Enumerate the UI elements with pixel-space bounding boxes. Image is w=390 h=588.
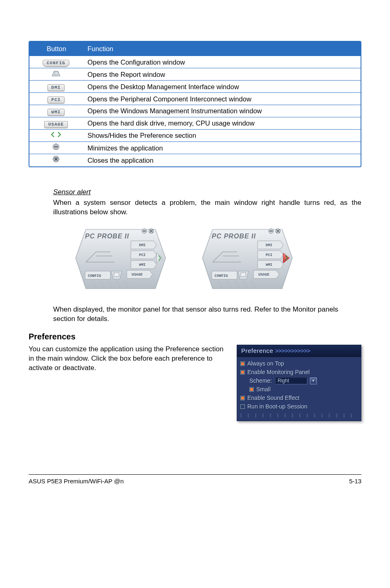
report-icon — [51, 70, 61, 77]
pref-enable-sound[interactable]: Enable Sound Effect — [240, 394, 358, 402]
wmi-button-icon: WMI — [47, 109, 65, 116]
sensor-alert-text: When a system sensor detects a problem, … — [53, 198, 361, 217]
table-row: Minimizes the application — [29, 142, 361, 154]
minimize-icon — [51, 143, 61, 150]
pref-small[interactable]: Small — [249, 385, 358, 394]
table-row: WMI Opens the Windows Management Instrum… — [29, 105, 361, 117]
func-text: Opens the Report window — [83, 68, 361, 81]
checkbox-icon[interactable] — [240, 361, 245, 366]
preference-panel: Preference >>>>>>>>>>> Always on Top Ena… — [237, 345, 361, 421]
func-text: Opens the hard disk drive, memory, CPU u… — [83, 117, 361, 129]
svg-rect-3 — [54, 146, 58, 147]
svg-rect-49 — [241, 273, 246, 276]
pref-enable-monitoring[interactable]: Enable Monitoring Panel — [240, 368, 358, 377]
svg-text:PC PROBE II: PC PROBE II — [212, 233, 256, 240]
scheme-select[interactable]: Right — [276, 377, 307, 384]
th-button: Button — [29, 42, 83, 56]
table-row: Closes the application — [29, 154, 361, 166]
table-row: Shows/Hides the Preference section — [29, 129, 361, 141]
svg-text:CONFIG: CONFIG — [88, 274, 101, 278]
svg-text:PCI: PCI — [139, 253, 146, 257]
chevrons-icon: >>>>>>>>>>> — [275, 347, 310, 354]
probe-title: PC PROBE II — [85, 233, 129, 240]
func-text: Opens the Peripheral Component Interconn… — [83, 93, 361, 105]
svg-rect-35 — [269, 231, 273, 231]
sensor-alert-heading: Sensor alert — [53, 188, 361, 197]
checkbox-icon[interactable] — [240, 396, 245, 400]
svg-text:USAGE: USAGE — [132, 273, 143, 277]
pref-label: Enable Monitoring Panel — [247, 368, 310, 376]
usage-button-icon: USAGE — [44, 121, 68, 128]
table-row: DMI Opens the Desktop Management Interfa… — [29, 81, 361, 93]
panel-dots-decor — [240, 413, 358, 417]
func-text: Opens the Configuration window — [83, 56, 361, 68]
pref-label: Run in Boot-up Session — [247, 403, 307, 411]
dmi-button-icon: DMI — [47, 84, 65, 91]
close-icon — [51, 155, 61, 163]
pref-always-on-top[interactable]: Always on Top — [240, 359, 358, 368]
pc-probe-widget-normal: PC PROBE II DMI PCI WMI USAGE CONFIG — [74, 225, 168, 293]
footer-right: 5-13 — [349, 477, 361, 485]
table-row: CONFIG Opens the Configuration window — [29, 56, 361, 68]
svg-rect-1 — [55, 72, 58, 74]
svg-rect-12 — [143, 231, 146, 231]
svg-text:DMI: DMI — [266, 243, 272, 247]
preference-title-text: Preference — [241, 347, 275, 354]
probe-illustrations: PC PROBE II DMI PCI WMI USAGE CONFIG — [74, 225, 361, 293]
show-hide-icon — [51, 131, 61, 138]
button-function-table: Button Function CONFIG Opens the Configu… — [29, 41, 361, 167]
func-text: Opens the Desktop Management Interface w… — [83, 81, 361, 93]
table-row: PCI Opens the Peripheral Component Inter… — [29, 93, 361, 105]
pref-scheme-row: Scheme: Right▾ — [249, 377, 358, 385]
preference-panel-title: Preference >>>>>>>>>>> — [237, 345, 361, 357]
func-text: Opens the Windows Management Instrumenta… — [83, 105, 361, 117]
preferences-text: You can customize the application using … — [29, 345, 224, 373]
func-text: Shows/Hides the Preference section — [83, 129, 361, 141]
pref-label: Small — [256, 386, 271, 393]
checkbox-icon[interactable] — [249, 387, 254, 392]
pref-label: Enable Sound Effect — [247, 394, 299, 402]
footer-left: ASUS P5E3 Premium/WiFi-AP @n — [29, 477, 124, 485]
th-function: Function — [83, 42, 361, 56]
svg-text:WMI: WMI — [139, 263, 146, 267]
checkbox-icon[interactable] — [240, 370, 245, 375]
svg-rect-26 — [114, 273, 119, 276]
page-footer: ASUS P5E3 Premium/WiFi-AP @n 5-13 — [29, 474, 361, 485]
preferences-heading: Preferences — [29, 331, 361, 342]
svg-text:USAGE: USAGE — [258, 273, 270, 277]
pci-button-icon: PCI — [47, 97, 65, 103]
scheme-dropdown-button[interactable]: ▾ — [310, 377, 317, 384]
svg-text:DMI: DMI — [139, 243, 146, 247]
func-text: Minimizes the application — [83, 142, 361, 154]
sensor-after-text: When displayed, the monitor panel for th… — [53, 305, 361, 324]
scheme-label: Scheme: — [249, 377, 272, 385]
table-row: Opens the Report window — [29, 68, 361, 81]
pref-label: Always on Top — [247, 360, 284, 368]
checkbox-icon[interactable] — [240, 404, 245, 409]
table-row: USAGE Opens the hard disk drive, memory,… — [29, 117, 361, 129]
config-button-icon: CONFIG — [42, 60, 70, 67]
pc-probe-widget-alert: PC PROBE II DMI PCI WMI USAGE CONFIG — [200, 225, 294, 293]
svg-text:PCI: PCI — [266, 253, 272, 257]
func-text: Closes the application — [83, 154, 361, 166]
svg-text:WMI: WMI — [266, 263, 272, 267]
svg-text:CONFIG: CONFIG — [215, 274, 228, 278]
pref-run-boot[interactable]: Run in Boot-up Session — [240, 402, 358, 411]
